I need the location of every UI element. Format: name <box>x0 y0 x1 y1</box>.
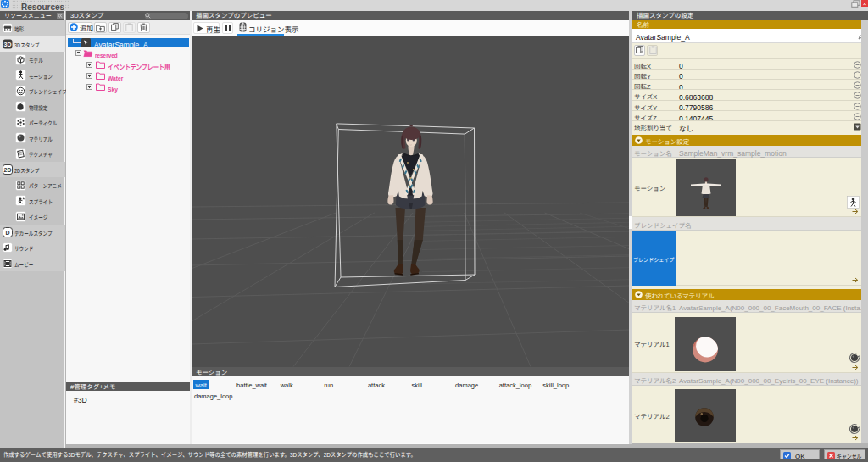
svg-text:3D: 3D <box>4 41 12 47</box>
svg-text:2D: 2D <box>4 166 12 172</box>
svg-text:D: D <box>5 229 9 235</box>
